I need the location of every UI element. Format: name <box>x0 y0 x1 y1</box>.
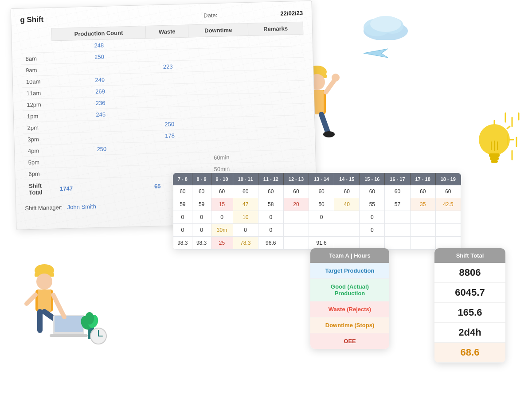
legend-header: Team A | Hours <box>310 248 389 263</box>
svg-point-3 <box>370 16 401 32</box>
legend-oee: OEE <box>310 333 389 349</box>
svg-rect-8 <box>490 157 499 160</box>
svg-line-48 <box>53 295 64 317</box>
shift-total-downtime: 2d4h <box>434 323 505 343</box>
svg-rect-9 <box>491 160 498 163</box>
svg-point-52 <box>85 312 94 325</box>
hour-10-11: 10 - 11 <box>233 173 258 185</box>
svg-line-31 <box>326 80 335 92</box>
hour-7-8: 7 - 8 <box>173 173 192 185</box>
shift-title: g Shift <box>20 15 43 24</box>
hours-header-row: 7 - 8 8 - 9 9 - 10 10 - 11 11 - 12 12 - … <box>173 173 461 185</box>
hour-8-9: 8 - 9 <box>192 173 211 185</box>
svg-point-32 <box>332 74 340 82</box>
shift-total-good: 6045.7 <box>434 283 505 303</box>
col-remarks: Remarks <box>248 22 303 35</box>
production-grid: 7 - 8 8 - 9 9 - 10 10 - 11 11 - 12 12 - … <box>173 173 461 250</box>
hour-16-17: 16 - 17 <box>385 173 410 185</box>
hour-18-19: 18 - 19 <box>435 173 461 185</box>
oee-row: 98.398.3 25 78.3 96.6 91.6 <box>173 237 461 250</box>
svg-point-39 <box>36 274 52 289</box>
hour-17-18: 17 - 18 <box>410 173 435 185</box>
col-waste: Waste <box>146 25 188 38</box>
shift-total-header: Shift Total <box>434 248 505 263</box>
svg-marker-4 <box>364 49 388 58</box>
waste-row: 000 10 000 <box>173 211 461 224</box>
paper-plane-decoration <box>364 47 390 60</box>
sparkle-decoration <box>501 111 523 166</box>
worker-sitting-illustration <box>13 257 111 346</box>
shift-total-card: Shift Total 8806 6045.7 165.6 2d4h 68.6 <box>434 248 505 363</box>
date-value: 22/02/23 <box>280 10 303 17</box>
svg-point-36 <box>323 131 335 137</box>
hour-12-13: 12 - 13 <box>283 173 309 185</box>
target-row: 6060606060 6060606060 6060 <box>173 185 461 198</box>
svg-line-47 <box>27 295 35 304</box>
legend-good: Good (Actual) Production <box>310 279 389 301</box>
svg-rect-45 <box>55 316 83 332</box>
legend-card: Team A | Hours Target Production Good (A… <box>310 248 389 349</box>
col-downtime: Downtime <box>188 23 248 37</box>
hour-14-15: 14 - 15 <box>334 173 360 185</box>
svg-rect-46 <box>50 334 88 337</box>
cloud-decoration <box>359 13 412 40</box>
shift-manager-name: John Smith <box>67 203 96 211</box>
shift-total-oee: 68.6 <box>434 343 505 363</box>
prod-grid-table: 7 - 8 8 - 9 9 - 10 10 - 11 11 - 12 12 - … <box>173 173 461 250</box>
date-label: Date: <box>203 12 217 19</box>
shift-manager-label: Shift Manager: <box>25 204 63 211</box>
hour-9-10: 9 - 10 <box>211 173 233 185</box>
hour-13-14: 13 - 14 <box>309 173 334 185</box>
legend-waste: Waste (Rejects) <box>310 301 389 317</box>
svg-line-34 <box>321 114 328 133</box>
shift-total-waste: 165.6 <box>434 303 505 323</box>
hour-11-12: 11 - 12 <box>258 173 283 185</box>
shift-total-target: 8806 <box>434 263 505 283</box>
legend-target: Target Production <box>310 263 389 279</box>
shift-log-table: Production Count Waste Downtime Remarks … <box>20 22 308 199</box>
legend-downtime: Downtime (Stops) <box>310 317 389 333</box>
svg-rect-7 <box>489 153 500 157</box>
svg-rect-41 <box>38 289 51 312</box>
downtime-row: 00 30m 000 <box>173 224 461 237</box>
hour-15-16: 15 - 16 <box>360 173 385 185</box>
good-row: 5959 15 47 58 20 50 40 5557 35 42.5 <box>173 198 461 211</box>
